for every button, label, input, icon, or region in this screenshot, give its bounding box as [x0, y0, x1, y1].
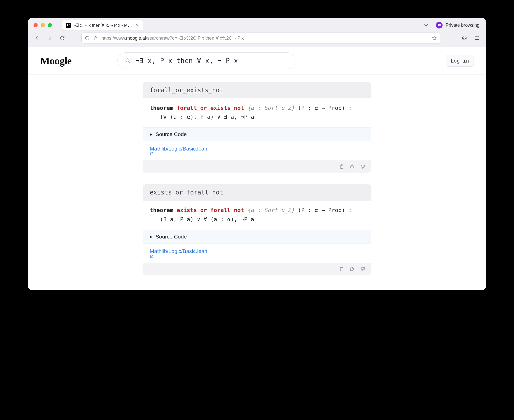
thumbs-down-icon: [360, 266, 365, 272]
source-file-link[interactable]: Mathlib/Logic/Basic.lean: [150, 248, 207, 254]
thumbs-down-button[interactable]: [360, 163, 366, 170]
result-name: exists_or_forall_not: [143, 184, 371, 201]
result-card: exists_or_forall_not theorem exists_or_f…: [143, 184, 371, 275]
thumbs-up-icon: [350, 164, 355, 169]
plus-icon: [150, 23, 154, 27]
reload-icon: [59, 35, 65, 41]
site-logo[interactable]: Moogle: [40, 55, 72, 67]
toolbar: https://www.moogle.ai/search/raw?q=¬∃ x%…: [28, 33, 486, 47]
thumbs-up-icon: [350, 266, 355, 272]
source-file-link[interactable]: Mathlib/Logic/Basic.lean: [150, 146, 207, 152]
tab-title: ¬∃ x, P x then ∀ x, ¬ P x - Moogl…: [73, 23, 132, 28]
source-code-label: Source Code: [156, 131, 187, 137]
keyword: theorem: [150, 207, 173, 213]
forward-button[interactable]: [46, 34, 53, 42]
url-text[interactable]: https://www.moogle.ai/search/raw?q=¬∃ x%…: [101, 35, 428, 41]
results-list: forall_or_exists_not theorem forall_or_e…: [28, 74, 486, 290]
explicit-args: (P : α → Prop) :: [298, 207, 352, 213]
close-icon: [135, 23, 139, 27]
url-host: moogle.ai: [126, 36, 146, 41]
back-button[interactable]: [33, 34, 41, 42]
theorem-body: (∃ a, P a) ∨ ∀ (a : α), ¬P a: [150, 215, 364, 224]
minimize-window-button[interactable]: [41, 23, 45, 27]
theorem-body: (∀ (a : α), P a) ∨ ∃ a, ¬P a: [150, 112, 364, 121]
theorem-name: exists_or_forall_not: [177, 207, 244, 213]
address-bar[interactable]: https://www.moogle.ai/search/raw?q=¬∃ x%…: [81, 33, 440, 44]
source-code-toggle[interactable]: ▶ Source Code: [143, 230, 371, 244]
search-icon: [125, 58, 131, 64]
shield-icon[interactable]: [85, 36, 90, 41]
lock-icon[interactable]: [93, 36, 98, 40]
source-file-row: Mathlib/Logic/Basic.lean: [143, 244, 371, 263]
search-input[interactable]: [135, 57, 288, 65]
source-file-row: Mathlib/Logic/Basic.lean: [143, 141, 371, 160]
private-browsing-label: Private browsing: [446, 23, 479, 28]
disclosure-triangle-icon: ▶: [150, 235, 153, 239]
thumbs-up-button[interactable]: [349, 266, 355, 272]
window-controls: [34, 23, 52, 27]
puzzle-icon: [462, 35, 467, 41]
app-menu-button[interactable]: [473, 34, 481, 42]
external-link-icon[interactable]: [150, 152, 364, 156]
titlebar: I" ¬∃ x, P x then ∀ x, ¬ P x - Moogl… Pr…: [28, 18, 486, 33]
hamburger-icon: [474, 35, 480, 41]
extensions-button[interactable]: [461, 34, 468, 42]
site-header: Moogle Log in: [28, 47, 486, 74]
external-link-icon[interactable]: [150, 254, 364, 258]
explicit-args: (P : α → Prop) :: [298, 105, 352, 111]
fullscreen-window-button[interactable]: [48, 23, 52, 27]
result-card: forall_or_exists_not theorem forall_or_e…: [143, 82, 371, 173]
browser-tab[interactable]: I" ¬∃ x, P x then ∀ x, ¬ P x - Moogl…: [62, 20, 143, 31]
theorem-name: forall_or_exists_not: [177, 105, 244, 111]
favicon-icon: I": [66, 23, 71, 28]
keyword: theorem: [150, 105, 173, 111]
svg-rect-0: [94, 38, 97, 40]
source-code-toggle[interactable]: ▶ Source Code: [143, 127, 371, 141]
reload-button[interactable]: [58, 34, 66, 42]
mask-icon: [436, 22, 443, 28]
browser-window: I" ¬∃ x, P x then ∀ x, ¬ P x - Moogl… Pr…: [28, 18, 486, 290]
clipboard-icon: [339, 164, 344, 169]
close-window-button[interactable]: [34, 23, 38, 27]
result-signature: theorem exists_or_forall_not {α : Sort u…: [143, 201, 371, 230]
source-code-label: Source Code: [156, 234, 187, 240]
arrow-left-icon: [34, 35, 40, 41]
result-signature: theorem forall_or_exists_not {α : Sort u…: [143, 98, 371, 127]
private-browsing-indicator: Private browsing: [436, 22, 479, 28]
url-path: /search/raw?q=¬∃ x%2C P x then ∀ x%2C ¬ …: [146, 36, 244, 41]
copy-button[interactable]: [338, 266, 344, 272]
page-content: Moogle Log in forall_or_exists_not theor…: [28, 47, 486, 290]
thumbs-down-icon: [360, 164, 365, 169]
thumbs-up-button[interactable]: [349, 163, 355, 170]
chevron-down-icon: [423, 22, 429, 28]
result-actions: [143, 160, 371, 173]
search-box[interactable]: [117, 52, 295, 69]
login-button[interactable]: Log in: [446, 55, 474, 67]
tabs-dropdown-button[interactable]: [423, 22, 429, 28]
thumbs-down-button[interactable]: [360, 266, 366, 272]
new-tab-button[interactable]: [148, 21, 156, 29]
bookmark-button[interactable]: [431, 35, 437, 41]
clipboard-icon: [339, 266, 344, 272]
close-tab-button[interactable]: [135, 23, 140, 27]
disclosure-triangle-icon: ▶: [150, 132, 153, 136]
arrow-right-icon: [47, 35, 52, 41]
result-name: forall_or_exists_not: [143, 82, 371, 98]
url-prefix: https://www.: [101, 36, 126, 41]
copy-button[interactable]: [338, 163, 344, 170]
implicit-args: {α : Sort u_2}: [247, 207, 294, 213]
star-icon: [431, 35, 437, 41]
result-actions: [143, 263, 371, 275]
implicit-args: {α : Sort u_2}: [247, 105, 294, 111]
